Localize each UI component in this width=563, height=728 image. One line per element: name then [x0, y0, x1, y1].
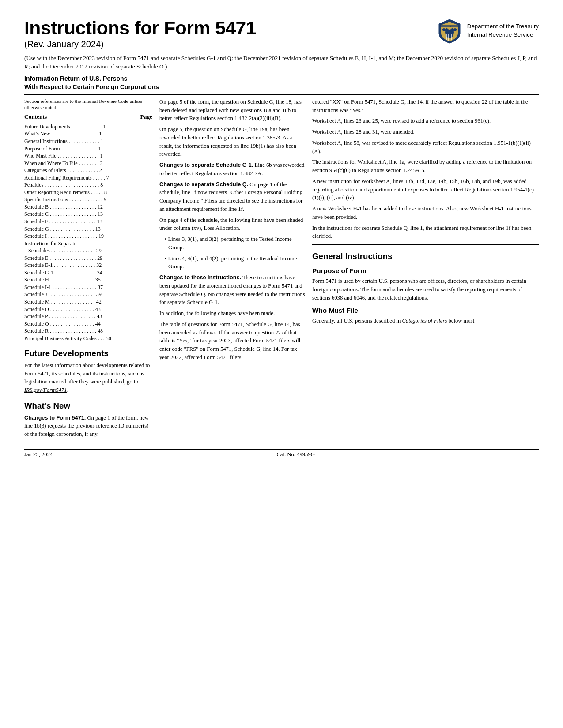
mid-para1: On page 5 of the form, the question on S… [159, 98, 305, 123]
mid-para2: On page 5, the question on Schedule G, l… [159, 125, 305, 158]
toc-row: Schedule F . . . . . . . . . . . . . . .… [24, 218, 152, 225]
changes-g1-para: Changes to separate Schedule G-1. Line 6… [159, 161, 305, 178]
right-column: entered "XX" on Form 5471, Schedule G, l… [312, 98, 539, 441]
bullet2-text: • Lines 4, 4(1), and 4(2), pertaining to… [165, 255, 305, 271]
main-title: Instructions for Form 5471 [24, 18, 427, 38]
toc-row: Penalties . . . . . . . . . . . . . . . … [24, 181, 152, 189]
svg-rect-5 [446, 34, 447, 40]
irs-line: Internal Revenue Service [467, 31, 539, 39]
toc-row: Principal Business Activity Codes . . . … [24, 335, 152, 342]
toc-row: Schedule Q . . . . . . . . . . . . . . .… [24, 320, 152, 328]
toc-row: Schedule E-1 . . . . . . . . . . . . . .… [24, 262, 152, 269]
form-description-line1: Information Return of U.S. Persons [24, 75, 539, 83]
svg-rect-4 [441, 25, 458, 27]
toc-row: Schedule R . . . . . . . . . . . . . . .… [24, 327, 152, 335]
right-para6: A new instruction for Worksheet A, lines… [312, 177, 539, 202]
who-must-file-heading: Who Must File [312, 306, 539, 316]
toc-row: Schedules . . . . . . . . . . . . . . . … [24, 247, 152, 255]
changes-these-bold: Changes to these instructions. [159, 274, 241, 281]
whats-new-bold: Changes to Form 5471. [24, 415, 86, 421]
toc-row: Schedule G . . . . . . . . . . . . . . .… [24, 225, 152, 233]
middle-column: On page 5 of the form, the question on S… [159, 98, 305, 441]
whats-new-heading: What's New [24, 400, 152, 412]
right-rule-divider [312, 244, 539, 245]
toc-row: Who Must File . . . . . . . . . . . . . … [24, 152, 152, 160]
toc-row: General Instructions . . . . . . . . . .… [24, 138, 152, 145]
toc-row: Schedule O . . . . . . . . . . . . . . .… [24, 306, 152, 313]
svg-rect-8 [451, 34, 452, 40]
toc-row: When and Where To File . . . . . . . . 2 [24, 160, 152, 167]
footer-date: Jan 25, 2024 [24, 451, 53, 458]
toc-row: Schedule H . . . . . . . . . . . . . . .… [24, 276, 152, 284]
right-para8: In the instructions for separate Schedul… [312, 224, 539, 241]
bullet1-text: • Lines 3, 3(1), and 3(2), pertaining to… [165, 235, 305, 252]
changes-q-para: Changes to separate Schedule Q. On page … [159, 180, 305, 214]
addition-para: In addition, the following changes have … [159, 309, 305, 318]
purpose-of-form-heading: Purpose of Form [312, 266, 539, 276]
toc-row: Schedule J . . . . . . . . . . . . . . .… [24, 291, 152, 298]
toc-row: Other Reporting Requirements . . . . . 8 [24, 189, 152, 196]
toc-row: Instructions for Separate [24, 240, 152, 248]
general-instructions-heading: General Instructions [312, 250, 539, 263]
right-para3: Worksheet A, lines 28 and 31, were amend… [312, 128, 539, 136]
form-description-line2: With Respect to Certain Foreign Corporat… [24, 83, 539, 92]
future-dev-body: For the latest information about develop… [24, 361, 152, 394]
toc-row: Future Developments . . . . . . . . . . … [24, 123, 152, 131]
toc-header: Contents Page [24, 113, 152, 122]
toc-row: Specific Instructions . . . . . . . . . … [24, 196, 152, 203]
page-header: Instructions for Form 5471 (Rev. January… [24, 18, 539, 49]
title-block: Instructions for Form 5471 (Rev. January… [24, 18, 427, 49]
toc-row: Schedule C . . . . . . . . . . . . . . .… [24, 210, 152, 218]
treasury-line: Department of the Treasury [467, 23, 539, 31]
toc-label-header: Contents [24, 113, 47, 121]
main-content-columns: Section references are to the Internal R… [24, 98, 539, 441]
changes-these-para: Changes to these instructions. These ins… [159, 274, 305, 307]
toc-row: Schedule I . . . . . . . . . . . . . . .… [24, 233, 152, 240]
toc-rows: Future Developments . . . . . . . . . . … [24, 123, 152, 342]
right-para1: entered "XX" on Form 5471, Schedule G, l… [312, 98, 539, 115]
toc-row: Purpose of Form . . . . . . . . . . . . … [24, 145, 152, 153]
irs-logo-block: Department of the Treasury Internal Reve… [436, 18, 539, 44]
top-rule-divider [24, 94, 539, 95]
right-para4: Worksheet A, line 58, was revised to mor… [312, 139, 539, 156]
toc-page-header: Page [140, 113, 152, 121]
right-para2: Worksheet A, lines 23 and 25, were revis… [312, 117, 539, 125]
svg-rect-7 [450, 34, 450, 41]
subtitle: (Rev. January 2024) [24, 39, 427, 49]
purpose-of-form-body: Form 5471 is used by certain U.S. person… [312, 277, 539, 302]
shade-para: On page 4 of the schedule, the following… [159, 216, 305, 233]
changes-q-bold: Changes to separate Schedule Q. [159, 181, 248, 188]
toc-row: Schedule G-1 . . . . . . . . . . . . . .… [24, 269, 152, 277]
right-para7: A new Worksheet H-1 has been added to th… [312, 205, 539, 221]
page-footer: Jan 25, 2024 Cat. No. 49959G [24, 449, 539, 458]
toc-row: Schedule E . . . . . . . . . . . . . . .… [24, 255, 152, 262]
future-dev-heading: Future Developments [24, 347, 152, 360]
table-para: The table of questions for Form 5471, Sc… [159, 320, 305, 362]
toc-row: Schedule P . . . . . . . . . . . . . . .… [24, 313, 152, 320]
irs-eagle-icon [436, 18, 463, 44]
footer-cat-no: Cat. No. 49959G [276, 451, 314, 458]
preamble-text: (Use with the December 2023 revision of … [24, 54, 539, 71]
right-para5: The instructions for Worksheet A, line 1… [312, 158, 539, 175]
changes-g1-bold: Changes to separate Schedule G-1. [159, 162, 253, 168]
toc-row: What's New . . . . . . . . . . . . . . .… [24, 130, 152, 138]
toc-row: Additional Filing Requirements . . . . .… [24, 174, 152, 182]
toc-row: Schedule I-1 . . . . . . . . . . . . . .… [24, 284, 152, 291]
section-note: Section references are to the Internal R… [24, 98, 152, 111]
toc-row: Schedule B . . . . . . . . . . . . . . .… [24, 203, 152, 211]
who-must-file-body: Generally, all U.S. persons described in… [312, 317, 539, 325]
svg-rect-6 [448, 34, 449, 41]
left-column: Section references are to the Internal R… [24, 98, 152, 441]
toc-row: Categories of Filers . . . . . . . . . .… [24, 167, 152, 174]
irs-agency-text: Department of the Treasury Internal Reve… [467, 23, 539, 39]
toc-row: Schedule M . . . . . . . . . . . . . . .… [24, 298, 152, 306]
whats-new-body: Changes to Form 5471. On page 1 of the f… [24, 414, 152, 439]
